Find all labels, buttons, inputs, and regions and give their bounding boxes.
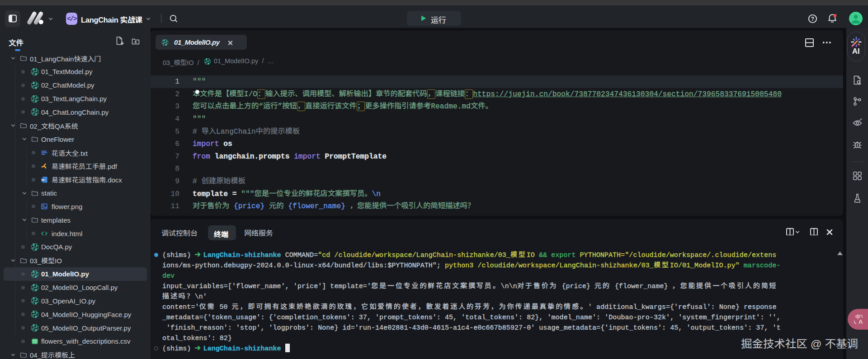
svg-text:W: W: [42, 178, 45, 182]
svg-text:?: ?: [811, 16, 814, 22]
svg-text:A: A: [859, 318, 863, 325]
